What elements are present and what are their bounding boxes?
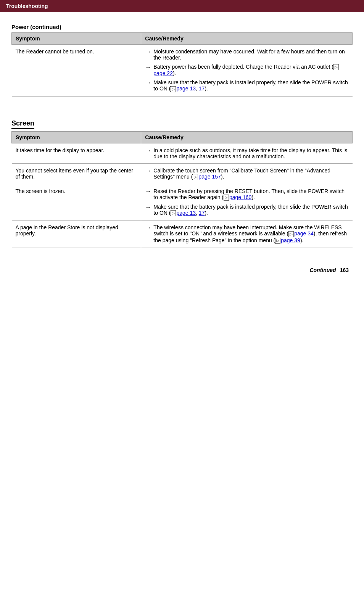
power-col-symptom: Symptom — [12, 33, 141, 45]
remedy-text: In a cold place such as outdoors, it may… — [153, 147, 348, 159]
remedy-text: Calibrate the touch screen from "Calibra… — [153, 167, 348, 180]
arrow-icon: → — [145, 64, 151, 71]
remedy-item: → Moisture condensation may have occurre… — [145, 48, 348, 61]
page-ref-icon: ▷ — [193, 174, 198, 180]
remedy-cell: → Calibrate the touch screen from "Calib… — [141, 163, 353, 184]
page-header: Troubleshooting — [0, 0, 364, 12]
symptom-cell: It takes time for the display to appear. — [12, 143, 141, 163]
header-title: Troubleshooting — [6, 3, 48, 9]
symptom-cell: You cannot select items even if you tap … — [12, 163, 141, 184]
remedy-text: Make sure that the battery pack is insta… — [153, 79, 348, 92]
table-row: You cannot select items even if you tap … — [12, 163, 353, 184]
remedy-cell: → The wireless connection may have been … — [141, 221, 353, 248]
remedy-item: → Reset the Reader by pressing the RESET… — [145, 188, 348, 201]
page-link[interactable]: page 160 — [229, 194, 251, 200]
page-link[interactable]: page 157 — [198, 174, 221, 180]
screen-table: Symptom Cause/Remedy It takes time for t… — [11, 131, 353, 248]
remedy-item: → Make sure that the battery pack is ins… — [145, 79, 348, 92]
remedy-item: → The wireless connection may have been … — [145, 224, 348, 244]
remedy-item: → Battery power has been fully depleted.… — [145, 64, 348, 76]
remedy-text: Battery power has been fully depleted. C… — [153, 64, 348, 76]
table-row: It takes time for the display to appear.… — [12, 143, 353, 163]
section-screen-title: Screen — [11, 119, 34, 129]
remedy-text: Make sure that the battery pack is insta… — [153, 204, 348, 216]
remedy-text: Moisture condensation may have occurred.… — [153, 48, 348, 61]
section-power-title: Power (continued) — [11, 24, 353, 30]
page-link[interactable]: 17 — [199, 85, 205, 92]
arrow-icon: → — [145, 48, 151, 55]
page-number: 163 — [340, 267, 349, 273]
table-row: A page in the Reader Store is not displa… — [12, 221, 353, 248]
page-ref-icon: ▷ — [288, 231, 294, 237]
remedy-cell: → Reset the Reader by pressing the RESET… — [141, 184, 353, 221]
remedy-text: Reset the Reader by pressing the RESET b… — [153, 188, 348, 201]
page-link[interactable]: 17 — [199, 210, 205, 216]
page-link[interactable]: page 34 — [294, 230, 314, 237]
continued-label: Continued — [309, 267, 336, 273]
page-link[interactable]: page 13 — [176, 85, 196, 92]
remedy-text: The wireless connection may have been in… — [153, 224, 348, 244]
power-table: Symptom Cause/Remedy The Reader cannot b… — [11, 32, 353, 97]
page-ref-icon: ▷ — [333, 64, 339, 70]
page-link[interactable]: page 13 — [176, 210, 196, 216]
section-power: Power (continued) Symptom Cause/Remedy T… — [11, 24, 353, 97]
symptom-cell: A page in the Reader Store is not displa… — [12, 221, 141, 248]
remedy-item: → Calibrate the touch screen from "Calib… — [145, 167, 348, 180]
arrow-icon: → — [145, 167, 151, 174]
symptom-cell: The screen is frozen. — [12, 184, 141, 221]
symptom-cell: The Reader cannot be turned on. — [12, 45, 141, 97]
arrow-icon: → — [145, 224, 151, 231]
page-link[interactable]: page 39 — [281, 237, 300, 243]
screen-col-symptom: Symptom — [12, 131, 141, 143]
page-ref-icon: ▷ — [275, 238, 280, 244]
remedy-cell: → In a cold place such as outdoors, it m… — [141, 143, 353, 163]
power-col-remedy: Cause/Remedy — [141, 33, 353, 45]
remedy-cell: → Moisture condensation may have occurre… — [141, 45, 353, 97]
page-content: Power (continued) Symptom Cause/Remedy T… — [0, 12, 364, 256]
table-row: The Reader cannot be turned on. → Moistu… — [12, 45, 353, 97]
table-row: The screen is frozen. → Reset the Reader… — [12, 184, 353, 221]
arrow-icon: → — [145, 147, 151, 154]
arrow-icon: → — [145, 79, 151, 86]
screen-col-remedy: Cause/Remedy — [141, 131, 353, 143]
page-ref-icon: ▷ — [171, 86, 176, 92]
section-screen: Screen Symptom Cause/Remedy It takes tim… — [11, 108, 353, 248]
arrow-icon: → — [145, 188, 151, 195]
remedy-item: → In a cold place such as outdoors, it m… — [145, 147, 348, 159]
arrow-icon: → — [145, 204, 151, 211]
page-ref-icon: ▷ — [224, 195, 229, 201]
remedy-item: → Make sure that the battery pack is ins… — [145, 204, 348, 216]
page-footer: Continued 163 — [0, 263, 364, 277]
page-link[interactable]: page 22 — [153, 70, 173, 76]
page-ref-icon: ▷ — [171, 210, 176, 216]
